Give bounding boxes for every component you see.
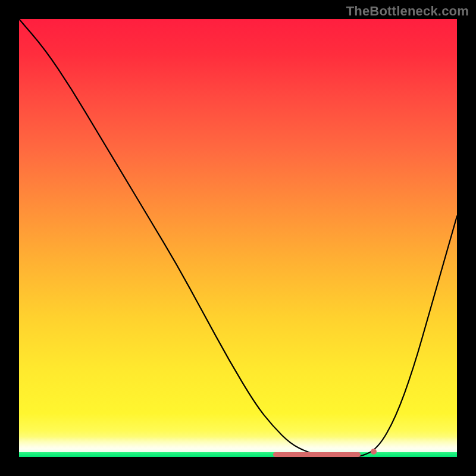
chart-green-edge xyxy=(19,452,457,457)
watermark-label: TheBottleneck.com xyxy=(346,4,469,19)
optimal-range-marker xyxy=(273,452,361,457)
chart-area xyxy=(19,19,457,457)
chart-background-gradient xyxy=(19,19,457,457)
